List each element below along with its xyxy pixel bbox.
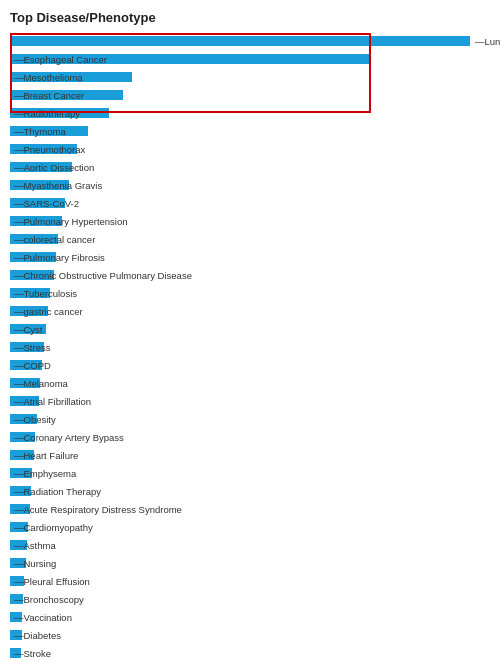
bar-row: —Chronic Obstructive Pulmonary Disease: [10, 267, 490, 283]
chart-container: —Lung Cancer—Esophageal Cancer—Mesotheli…: [10, 33, 490, 663]
bar: [10, 72, 132, 82]
bar: [10, 198, 65, 208]
bar-row: —Myasthenia Gravis: [10, 177, 490, 193]
bar: [10, 288, 50, 298]
bar: [10, 630, 22, 640]
bar: [10, 162, 72, 172]
bar: [10, 504, 30, 514]
bar-row: —Aortic Dissection: [10, 159, 490, 175]
bar-row: —Obesity: [10, 411, 490, 427]
bar: [10, 324, 46, 334]
bar-label: —Acute Respiratory Distress Syndrome: [12, 504, 182, 515]
bar: [10, 54, 369, 64]
bar: [10, 216, 62, 226]
chart-inner: —Lung Cancer—Esophageal Cancer—Mesotheli…: [10, 33, 490, 663]
bar: [10, 432, 35, 442]
bar-label: —Lung Cancer: [473, 36, 500, 47]
bar: [10, 612, 22, 622]
bar-row: —Pulmonary Fibrosis: [10, 249, 490, 265]
bar-row: —COPD: [10, 357, 490, 373]
bar-row: —Asthma: [10, 537, 490, 553]
bar: [10, 648, 21, 658]
bar: [10, 342, 44, 352]
bar: [10, 576, 24, 586]
bar: [10, 90, 123, 100]
bar: [10, 180, 69, 190]
bar-row: —Nursing: [10, 555, 490, 571]
bar-row: —Radiation Therapy: [10, 483, 490, 499]
bar-row: —Cyst: [10, 321, 490, 337]
bar-row: —Radiotherapy: [10, 105, 490, 121]
bar-row: —Thymoma: [10, 123, 490, 139]
bar: [10, 378, 40, 388]
bar-row: —Stress: [10, 339, 490, 355]
bar: [10, 36, 470, 46]
bar-row: —colorectal cancer: [10, 231, 490, 247]
bar: [10, 450, 34, 460]
bar: [10, 594, 23, 604]
bar-row: —Coronary Artery Bypass: [10, 429, 490, 445]
bar: [10, 108, 109, 118]
bar: [10, 126, 88, 136]
bar: [10, 558, 26, 568]
bar: [10, 540, 27, 550]
bar-row: —Diabetes: [10, 627, 490, 643]
chart-title: Top Disease/Phenotype: [10, 10, 490, 25]
bar: [10, 522, 28, 532]
bar-row: —Atrial Fibrillation: [10, 393, 490, 409]
bar: [10, 234, 58, 244]
bar-row: —Acute Respiratory Distress Syndrome: [10, 501, 490, 517]
bar: [10, 468, 32, 478]
bar-row: —Pneumothorax: [10, 141, 490, 157]
bar-row: —gastric cancer: [10, 303, 490, 319]
bar-row: —Pulmonary Hypertension: [10, 213, 490, 229]
bar: [10, 360, 42, 370]
bar-row: —Emphysema: [10, 465, 490, 481]
bar: [10, 486, 31, 496]
bar-row: —Bronchoscopy: [10, 591, 490, 607]
bar-row: —Esophageal Cancer: [10, 51, 490, 67]
bar-row: —Melanoma: [10, 375, 490, 391]
bar-row: —Lung Cancer: [10, 33, 490, 49]
bar-row: —Tuberculosis: [10, 285, 490, 301]
bar: [10, 306, 48, 316]
bar: [10, 414, 37, 424]
bar: [10, 144, 77, 154]
bar-row: —Breast Cancer: [10, 87, 490, 103]
bar-row: —Heart Failure: [10, 447, 490, 463]
bar: [10, 396, 39, 406]
bar-row: —Cardiomyopathy: [10, 519, 490, 535]
bar-row: —Stroke: [10, 645, 490, 661]
bar-row: —Mesothelioma: [10, 69, 490, 85]
bar-row: —Vaccination: [10, 609, 490, 625]
bar-row: —Pleural Effusion: [10, 573, 490, 589]
bar-row: —SARS-CoV-2: [10, 195, 490, 211]
bar: [10, 252, 56, 262]
bar: [10, 270, 54, 280]
